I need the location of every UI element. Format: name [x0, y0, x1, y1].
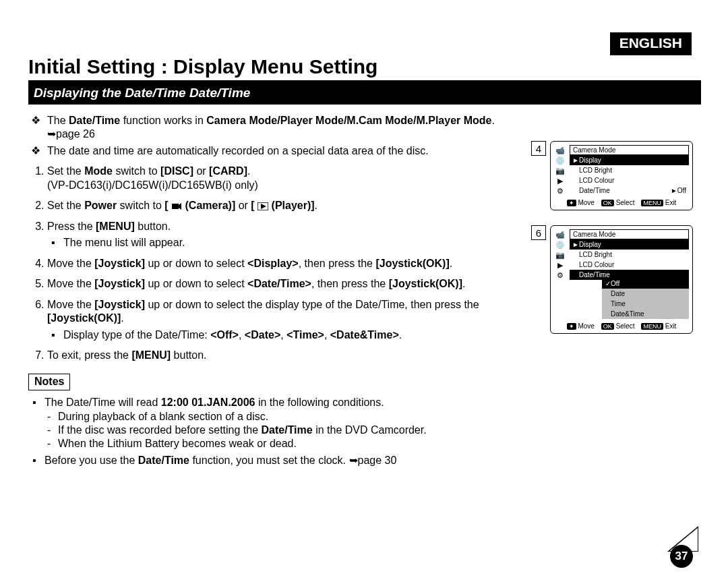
intro-item: The date and time are automatically reco…	[47, 144, 524, 158]
disc-icon: 💿	[555, 157, 565, 165]
lcd-screen: 📹 💿 📷 ▶ ⚙ Camera Mode ►Display LCD Brigh…	[550, 141, 693, 210]
play-icon: ▶	[557, 262, 563, 269]
lcd-footer: ✦ Move OK Select MENU Exit	[554, 199, 689, 206]
camera-icon: 📷	[555, 252, 565, 259]
notes-heading: Notes	[28, 374, 70, 390]
step-item: Set the Power switch to [ (Camera)] or […	[47, 199, 524, 212]
step-item: Move the [Joystick] up or down to select…	[47, 277, 524, 291]
lcd-submenu-item: ✓Off	[602, 279, 689, 289]
note-sub-item: During playback of a blank section of a …	[58, 410, 524, 424]
svg-marker-1	[179, 203, 181, 210]
lcd-menu-item: Date/Time►Off	[570, 185, 689, 196]
camcorder-icon: 📹	[555, 231, 565, 239]
step-sub-item: The menu list will appear.	[63, 236, 524, 250]
step-item: Press the [MENU] button.The menu list wi…	[47, 220, 524, 250]
body-text: The Date/Time function works in Camera M…	[28, 110, 531, 470]
play-icon: ▶	[557, 177, 563, 185]
lcd-menu-item: LCD Bright	[570, 165, 689, 175]
page-title: Initial Setting : Display Menu Setting	[28, 55, 701, 83]
language-tag: ENGLISH	[610, 32, 692, 55]
step-item: Move the [Joystick] up or down to select…	[47, 257, 524, 270]
gear-icon: ⚙	[557, 272, 564, 279]
lcd-menu-item: LCD Colour	[570, 175, 689, 185]
figure-4: 4 📹 💿 📷 ▶ ⚙ Camera Mode ►Display LCD Bri…	[531, 141, 701, 210]
mode-icon-column: 📹 💿 📷 ▶ ⚙	[554, 145, 566, 196]
lcd-footer: ✦ Move OK Select MENU Exit	[554, 322, 689, 330]
lcd-submenu-item: Date	[602, 289, 689, 299]
svg-rect-0	[172, 204, 179, 209]
note-sub-item: When the Lithium Battery becomes weak or…	[58, 437, 524, 450]
figure-number: 6	[531, 225, 546, 240]
lcd-section-row: ►Display	[570, 155, 689, 165]
lcd-submenu-item: Date&Time	[602, 309, 689, 319]
lcd-section-row: ►Display	[570, 239, 689, 250]
step-item: Set the Mode switch to [DISC] or [CARD].…	[47, 165, 524, 192]
camera-icon: 📷	[555, 167, 565, 175]
lcd-mode-title: Camera Mode	[570, 145, 689, 155]
note-item: Before you use the Date/Time function, y…	[44, 454, 524, 467]
lcd-menu-item: LCD Colour	[570, 260, 689, 270]
gear-icon: ⚙	[557, 187, 564, 195]
disc-icon: 💿	[555, 241, 565, 249]
step-sub-item: Display type of the Date/Time: <Off>, <D…	[63, 328, 524, 342]
step-item: Move the [Joystick] up or down to select…	[47, 298, 524, 342]
mode-icon-column: 📹 💿 📷 ▶ ⚙	[554, 229, 566, 319]
figure-number: 4	[531, 141, 546, 156]
intro-item: The Date/Time function works in Camera M…	[47, 114, 524, 142]
note-sub-item: If the disc was recorded before setting …	[58, 424, 524, 437]
lcd-submenu-item: Time	[602, 299, 689, 309]
section-heading: Displaying the Date/Time Date/Time	[28, 83, 701, 105]
lcd-menu-item: LCD Bright	[570, 250, 689, 260]
camcorder-icon: 📹	[555, 147, 565, 154]
note-item: The Date/Time will read 12:00 01.JAN.200…	[44, 396, 524, 451]
lcd-mode-title: Camera Mode	[570, 229, 689, 239]
page-number: 37	[670, 545, 693, 568]
lcd-screen: 📹 💿 📷 ▶ ⚙ Camera Mode ►Display LCD Brigh…	[550, 225, 693, 334]
step-item: To exit, press the [MENU] button.	[47, 349, 524, 362]
svg-marker-3	[261, 204, 266, 209]
figure-6: 6 📹 💿 📷 ▶ ⚙ Camera Mode ►Display LCD Bri…	[531, 225, 701, 334]
